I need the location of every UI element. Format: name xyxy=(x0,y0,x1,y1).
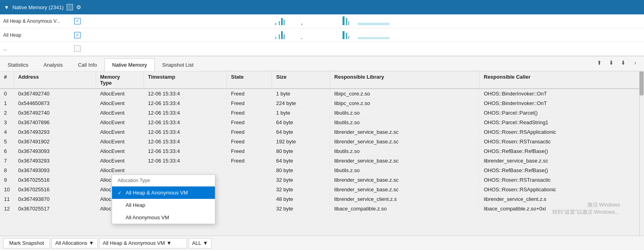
chart-label-extra: ... xyxy=(3,46,71,52)
table-row[interactable]: 110x367493870AllocEvent48 bytelibrender_… xyxy=(0,194,644,204)
table-cell: OHOS::BinderInvoker::OnT xyxy=(480,89,644,99)
tab-nativememory[interactable]: Native Memory xyxy=(104,58,154,71)
table-cell: libace_compatible.z.so xyxy=(330,204,480,214)
dropdown-item-label-1: All Heap xyxy=(126,202,145,208)
col-header-state[interactable]: State xyxy=(227,71,272,89)
table-cell: 0x367493293 xyxy=(14,127,96,137)
col-header-caller[interactable]: Responsible Caller xyxy=(480,71,644,89)
tab-statistics[interactable]: Statistics xyxy=(0,58,36,71)
scroll-stub[interactable] xyxy=(639,71,644,236)
chart-checkbox-all-heap-anon[interactable]: ✓ xyxy=(74,18,81,24)
table-row[interactable]: 50x367491902AllocEvent12-06 15:33:4Freed… xyxy=(0,137,644,147)
table-cell: 12-06 15:33:4 xyxy=(144,118,226,127)
tab-analysis[interactable]: Analysis xyxy=(36,58,70,71)
table-cell: 64 byte xyxy=(272,127,330,137)
col-header-timestamp[interactable]: Timestamp xyxy=(144,71,226,89)
table-row[interactable]: 80x367493093AllocEvent80 bytelibutils.z.… xyxy=(0,166,644,175)
data-table: # Address MemoryType Timestamp State Siz… xyxy=(0,71,644,214)
table-cell: OHOS::Rosen::RSTransactic xyxy=(480,137,644,147)
table-row[interactable]: 40x367493293AllocEvent12-06 15:33:4Freed… xyxy=(0,127,644,137)
table-cell: librender_service_base.z.sc xyxy=(330,156,480,166)
table-cell: librender_service_base.z.sc xyxy=(330,137,480,147)
col-header-library[interactable]: Responsible Library xyxy=(330,71,480,89)
chart-row-all-heap: All Heap ✓ xyxy=(0,28,644,42)
table-cell: librender_service_base.z.sc xyxy=(330,185,480,194)
table-cell: libutils.z.so xyxy=(330,108,480,118)
chart-row-all-heap-anonymous: All Heap & Anonymous V... ✓ xyxy=(0,14,644,28)
chart-area: All Heap & Anonymous V... ✓ All Heap ✓ xyxy=(0,14,644,56)
table-row[interactable]: 90x367025516AllocEvent32 bytelibrender_s… xyxy=(0,175,644,185)
table-cell: libutils.z.so xyxy=(330,166,480,175)
table-cell: OHOS::RefBase::RefBase() xyxy=(480,147,644,156)
table-cell: 9 xyxy=(0,175,14,185)
table-cell: librender_service_base.z.sc xyxy=(330,175,480,185)
dropdown-item-all-anon[interactable]: All Anonymous VM xyxy=(112,211,215,224)
table-row[interactable]: 30x367407896AllocEvent12-06 15:33:4Freed… xyxy=(0,118,644,127)
table-cell: librender_service_base.z.sc xyxy=(330,127,480,137)
table-body: 00x367492740AllocEvent12-06 15:33:4Freed… xyxy=(0,89,644,214)
export-icon[interactable]: ⬆ xyxy=(595,58,604,67)
chart-checkbox-extra[interactable]: □ xyxy=(74,46,81,52)
table-cell: 224 byte xyxy=(272,99,330,108)
all-select-dropdown[interactable]: ALL ▼ xyxy=(189,238,212,248)
table-row[interactable]: 70x367493293AllocEvent12-06 15:33:4Freed… xyxy=(0,156,644,166)
chart-track-extra xyxy=(84,43,641,54)
import-icon[interactable]: ⬇ xyxy=(607,58,616,67)
table-cell: Freed xyxy=(227,137,272,147)
table-cell: 64 byte xyxy=(272,118,330,127)
table-cell: 0x544650873 xyxy=(14,99,96,108)
heap-anonymous-dropdown[interactable]: All Heap & Anonymous VM ▼ xyxy=(99,238,187,248)
scroll-thumb[interactable] xyxy=(640,71,644,95)
table-row[interactable]: 120x367025517AllocEvent32 bytelibace_com… xyxy=(0,204,644,214)
check-icon: ✓ xyxy=(118,190,123,196)
chart-track-all-heap xyxy=(84,30,641,41)
table-cell: AllocEvent xyxy=(96,166,144,175)
table-cell: 0x367493870 xyxy=(14,194,96,204)
table-cell: OHOS::Rosen::RSApplicationic xyxy=(480,185,644,194)
chart-label-all-heap: All Heap xyxy=(3,32,71,38)
table-cell: 80 byte xyxy=(272,147,330,156)
table-cell: OHOS::BinderInvoker::OnT xyxy=(480,99,644,108)
table-cell: 4 xyxy=(0,127,14,137)
table-row[interactable]: 100x367025516AllocEvent32 bytelibrender_… xyxy=(0,185,644,194)
tab-snapshotlist[interactable]: Snapshot List xyxy=(155,58,201,71)
more-icon[interactable]: › xyxy=(630,58,640,67)
dropdown-header: Allocation Type xyxy=(112,175,215,187)
table-cell: 6 xyxy=(0,147,14,156)
table-cell: libipc_core.z.so xyxy=(330,99,480,108)
table-cell xyxy=(227,175,272,185)
table-cell: 11 xyxy=(0,194,14,204)
table-cell: libace_compatible.z.so+0xi xyxy=(480,204,644,214)
gear-icon[interactable]: ⚙ xyxy=(76,4,81,10)
table-wrapper: # Address MemoryType Timestamp State Siz… xyxy=(0,71,644,236)
allocation-type-dropdown[interactable]: Allocation Type ✓ All Heap & Anonymous V… xyxy=(112,175,215,224)
dropdown-item-all-heap[interactable]: All Heap xyxy=(112,199,215,211)
table-cell: 0x367493293 xyxy=(14,156,96,166)
table-row[interactable]: 60x367493093AllocEvent12-06 15:33:4Freed… xyxy=(0,147,644,156)
table-cell: librender_service_client.z.s xyxy=(480,194,644,204)
table-cell: 2 xyxy=(0,108,14,118)
tab-callinfo[interactable]: Call Info xyxy=(70,58,104,71)
table-cell: 0x367025516 xyxy=(14,185,96,194)
table-cell: 12-06 15:33:4 xyxy=(144,108,226,118)
col-header-size[interactable]: Size xyxy=(272,71,330,89)
table-cell: OHOS::RefBase::RefBase() xyxy=(480,166,644,175)
table-cell: 3 xyxy=(0,118,14,127)
title-bar-title: Native Memory (2341) xyxy=(12,4,64,10)
table-row[interactable]: 10x544650873AllocEvent12-06 15:33:4Freed… xyxy=(0,99,644,108)
table-row[interactable]: 20x367492740AllocEvent12-06 15:33:4Freed… xyxy=(0,108,644,118)
col-header-address[interactable]: Address xyxy=(14,71,96,89)
all-label: ALL xyxy=(192,240,201,246)
col-header-memtype[interactable]: MemoryType xyxy=(96,71,144,89)
table-header-row: # Address MemoryType Timestamp State Siz… xyxy=(0,71,644,89)
dropdown-item-all-heap-anon[interactable]: ✓ All Heap & Anonymous VM xyxy=(112,187,215,199)
tabs-row: Statistics Analysis Call Info Native Mem… xyxy=(0,56,644,71)
record-icon[interactable] xyxy=(67,4,73,10)
all-allocations-dropdown[interactable]: All Allocations ▼ xyxy=(51,238,97,248)
table-row[interactable]: 00x367492740AllocEvent12-06 15:33:4Freed… xyxy=(0,89,644,99)
chart-checkbox-all-heap[interactable]: ✓ xyxy=(74,32,81,38)
mark-snapshot-button[interactable]: Mark Snapshot xyxy=(3,238,50,248)
table-cell: 0x367492740 xyxy=(14,108,96,118)
table-cell: libutils.z.so xyxy=(330,147,480,156)
filter-icon[interactable]: ⬇ xyxy=(618,58,628,67)
